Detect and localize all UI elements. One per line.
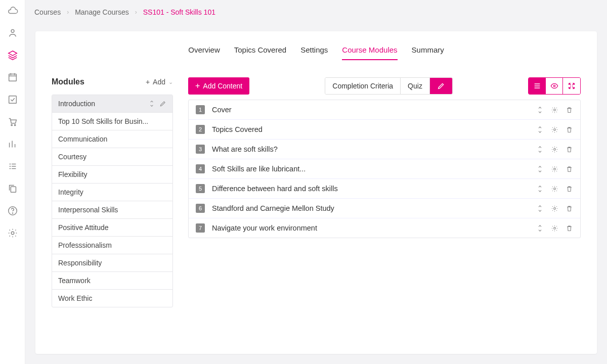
nav-chart-icon[interactable] bbox=[7, 139, 18, 150]
view-preview-button[interactable] bbox=[546, 78, 563, 94]
module-item-label: Positive Attitude bbox=[58, 223, 109, 232]
trash-icon[interactable] bbox=[566, 165, 573, 173]
module-item[interactable]: Teamwork bbox=[52, 272, 172, 290]
content-list: 1 Cover 2 Topics Covered 3 What are soft… bbox=[188, 100, 581, 238]
nav-settings-icon[interactable] bbox=[7, 228, 18, 239]
gear-icon[interactable] bbox=[551, 106, 558, 114]
breadcrumb-item-active[interactable]: SS101 - Soft Skills 101 bbox=[143, 8, 215, 16]
gear-icon[interactable] bbox=[551, 165, 558, 173]
module-item-label: Communication bbox=[58, 135, 107, 143]
sort-icon[interactable] bbox=[148, 100, 155, 107]
tab-topics[interactable]: Topics Covered bbox=[234, 46, 286, 60]
row-actions bbox=[536, 126, 573, 133]
add-content-label: Add Content bbox=[203, 82, 242, 90]
tab-modules[interactable]: Course Modules bbox=[342, 46, 397, 60]
sort-icon[interactable] bbox=[536, 185, 544, 193]
content-title: Standford and Carnegie Mellon Study bbox=[212, 204, 529, 212]
svg-point-14 bbox=[554, 188, 556, 190]
view-list-button[interactable] bbox=[529, 78, 546, 94]
tab-settings[interactable]: Settings bbox=[300, 46, 328, 60]
trash-icon[interactable] bbox=[566, 205, 573, 212]
module-item[interactable]: Communication bbox=[52, 130, 172, 148]
gear-icon[interactable] bbox=[551, 224, 558, 232]
pencil-icon[interactable] bbox=[159, 100, 166, 107]
trash-icon[interactable] bbox=[566, 185, 573, 193]
module-item[interactable]: Professsionalism bbox=[52, 237, 172, 254]
module-item[interactable]: Interpersonal Skills bbox=[52, 201, 172, 219]
item-number-badge: 1 bbox=[196, 105, 205, 114]
sort-icon[interactable] bbox=[536, 106, 544, 114]
trash-icon[interactable] bbox=[566, 224, 573, 232]
module-item[interactable]: Top 10 Soft Skills for Busin... bbox=[52, 113, 172, 130]
sort-icon[interactable] bbox=[536, 205, 544, 212]
seg-completion[interactable]: Completion Criteria bbox=[325, 78, 401, 94]
content-item[interactable]: 6 Standford and Carnegie Mellon Study bbox=[189, 199, 580, 218]
module-item-label: Interpersonal Skills bbox=[58, 206, 118, 214]
nav-list-icon[interactable] bbox=[7, 161, 18, 172]
tab-summary[interactable]: Summary bbox=[412, 46, 444, 60]
nav-rail bbox=[0, 0, 25, 364]
add-module-button[interactable]: + Add ⌄ bbox=[146, 78, 173, 86]
module-item-label: Professsionalism bbox=[58, 241, 112, 249]
module-item[interactable]: Introduction bbox=[52, 95, 172, 113]
svg-point-12 bbox=[554, 148, 556, 150]
svg-point-3 bbox=[11, 124, 12, 125]
svg-point-10 bbox=[554, 109, 556, 111]
item-number-badge: 7 bbox=[196, 223, 205, 233]
content-title: Difference between hard and soft skills bbox=[212, 185, 529, 193]
svg-point-16 bbox=[554, 227, 556, 229]
item-number-badge: 6 bbox=[196, 204, 205, 213]
add-content-button[interactable]: + Add Content bbox=[188, 77, 249, 95]
seg-edit[interactable] bbox=[430, 78, 452, 94]
nav-copy-icon[interactable] bbox=[7, 183, 18, 194]
row-actions bbox=[536, 205, 573, 212]
sort-icon[interactable] bbox=[536, 224, 544, 232]
module-item-label: Introduction bbox=[58, 100, 95, 108]
trash-icon[interactable] bbox=[566, 126, 573, 133]
svg-rect-1 bbox=[9, 74, 16, 81]
pencil-icon bbox=[437, 82, 445, 90]
module-item[interactable]: Courtesy bbox=[52, 148, 172, 166]
svg-point-11 bbox=[554, 128, 556, 130]
nav-check-icon[interactable] bbox=[7, 94, 18, 105]
nav-user-icon[interactable] bbox=[7, 27, 18, 38]
trash-icon[interactable] bbox=[566, 106, 573, 114]
chevron-right-icon: › bbox=[67, 9, 69, 16]
module-item[interactable]: Positive Attitude bbox=[52, 219, 172, 237]
module-item[interactable]: Integrity bbox=[52, 184, 172, 201]
sort-icon[interactable] bbox=[536, 126, 544, 133]
module-item-label: Courtesy bbox=[58, 153, 86, 161]
sort-icon[interactable] bbox=[536, 165, 544, 173]
nav-cart-icon[interactable] bbox=[7, 116, 18, 127]
content-item[interactable]: 4 Soft Skills are like lubricant... bbox=[189, 159, 580, 179]
content-item[interactable]: 5 Difference between hard and soft skill… bbox=[189, 179, 580, 199]
content-item[interactable]: 1 Cover bbox=[189, 100, 580, 120]
nav-help-icon[interactable] bbox=[7, 205, 18, 216]
module-item[interactable]: Flexibility bbox=[52, 166, 172, 184]
tab-overview[interactable]: Overview bbox=[188, 46, 220, 60]
nav-cloud-icon[interactable] bbox=[7, 5, 18, 16]
module-item[interactable]: Work Ethic bbox=[52, 290, 172, 307]
content-item[interactable]: 7 Navigate your work environment bbox=[189, 218, 580, 238]
breadcrumb-item[interactable]: Manage Courses bbox=[75, 8, 129, 16]
nav-calendar-icon[interactable] bbox=[7, 72, 18, 83]
module-item[interactable]: Responsibility bbox=[52, 254, 172, 272]
gear-icon[interactable] bbox=[551, 205, 558, 212]
item-number-badge: 3 bbox=[196, 145, 205, 154]
content-title: Navigate your work environment bbox=[212, 224, 529, 232]
content-item[interactable]: 3 What are soft skills? bbox=[189, 140, 580, 159]
seg-quiz[interactable]: Quiz bbox=[401, 78, 430, 94]
modules-panel: Modules + Add ⌄ Introduction Top 10 Soft… bbox=[52, 77, 173, 307]
breadcrumb-item[interactable]: Courses bbox=[34, 8, 61, 16]
item-number-badge: 4 bbox=[196, 164, 205, 173]
gear-icon[interactable] bbox=[551, 185, 558, 193]
nav-layers-icon[interactable] bbox=[7, 50, 18, 61]
svg-point-0 bbox=[11, 29, 14, 32]
view-expand-button[interactable] bbox=[563, 78, 580, 94]
module-list: Introduction Top 10 Soft Skills for Busi… bbox=[52, 95, 173, 307]
sort-icon[interactable] bbox=[536, 146, 544, 153]
trash-icon[interactable] bbox=[566, 146, 573, 153]
gear-icon[interactable] bbox=[551, 146, 558, 153]
content-item[interactable]: 2 Topics Covered bbox=[189, 120, 580, 140]
gear-icon[interactable] bbox=[551, 126, 558, 133]
